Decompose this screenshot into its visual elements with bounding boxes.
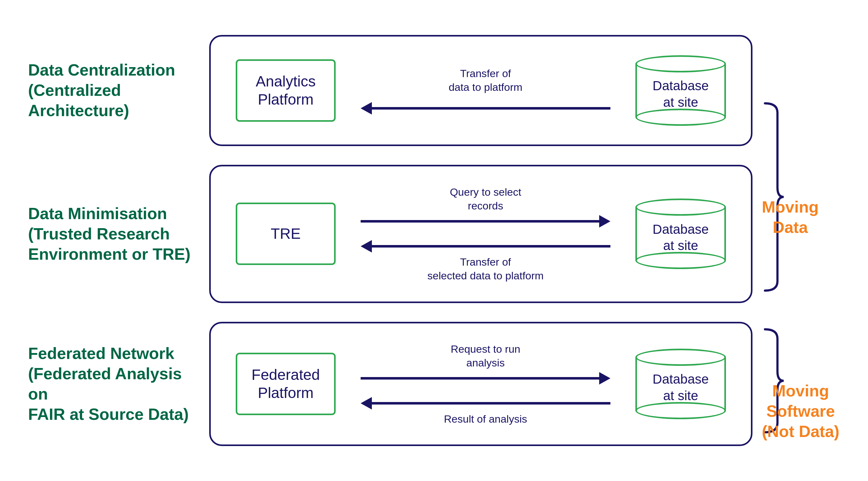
label-federated: Federated Network(Federated Analysis onF… [28,343,209,424]
db-wrapper-1: Databaseat site [636,55,726,126]
request-arrow-group: Request to runanalysis [361,342,611,385]
moving-data-label: MovingData [762,197,819,237]
line-3b [372,402,611,405]
arrow-right-3 [361,372,611,385]
row-federated: Federated Network(Federated Analysis onF… [28,322,752,446]
top-rows: Data Centralization(Centralized Architec… [28,35,752,303]
arrow-label-request: Request to runanalysis [451,342,520,370]
result-arrow-group: Result of analysis [361,397,611,426]
diagram-box-3: FederatedPlatform Request to runanalysis [209,322,752,446]
arrow-section-1: Transfer ofdata to platform [361,66,611,115]
cyl-top-1 [636,55,726,72]
diagram-box-2: TRE Query to selectrecords [209,165,752,303]
arrow-label-query: Query to selectrecords [450,185,521,213]
cyl-bottom-3 [636,402,726,419]
arrow-left-1 [361,102,611,115]
top-group: Data Centralization(Centralized Architec… [28,35,840,303]
arrow-label-selected: Transfer ofselected data to platform [428,255,544,283]
main-container: Data Centralization(Centralized Architec… [28,35,840,446]
moving-software-label-wrapper: MovingSoftware(Not Data) [762,381,839,442]
db-label-1: Databaseat site [653,78,709,110]
arrowhead-right-2 [599,215,611,228]
platform-analytics: AnalyticsPlatform [236,59,336,122]
arrow-section-2: Query to selectrecords [361,185,611,283]
cyl-bottom-1 [636,108,726,126]
arrow-label-transfer: Transfer ofdata to platform [449,66,522,94]
db-wrapper-3: Databaseat site [636,349,726,419]
title-minimisation: Data Minimisation(Trusted ResearchEnviro… [28,203,200,264]
arrow-left-3 [361,397,611,410]
line-2a [361,220,599,223]
label-centralization: Data Centralization(Centralized Architec… [28,60,209,121]
db-wrapper-2: Databaseat site [636,198,726,269]
arrow-section-3: Request to runanalysis [361,342,611,426]
platform-federated: FederatedPlatform [236,353,336,415]
arrowhead-right-3 [599,372,611,385]
line-2b [372,245,611,248]
bottom-group: Federated Network(Federated Analysis onF… [28,322,840,446]
label-minimisation: Data Minimisation(Trusted ResearchEnviro… [28,203,209,264]
arrowhead-left-3 [361,397,372,410]
brace-moving-software: MovingSoftware(Not Data) [752,322,840,446]
moving-software-label: MovingSoftware(Not Data) [762,381,839,442]
arrowhead-left-2 [361,240,372,253]
cyl-top-2 [636,198,726,216]
arrow-label-result: Result of analysis [444,412,527,426]
moving-data-label-wrapper: MovingData [762,197,819,237]
title-federated: Federated Network(Federated Analysis onF… [28,343,200,424]
line-1 [372,107,611,109]
db-label-3: Databaseat site [653,371,709,404]
title-centralization: Data Centralization(Centralized Architec… [28,60,200,121]
row-minimisation: Data Minimisation(Trusted ResearchEnviro… [28,165,752,303]
arrow-left-2 [361,240,611,253]
cyl-bottom-2 [636,252,726,269]
cyl-top-3 [636,349,726,366]
brace-moving-data: MovingData [752,35,840,303]
row-federated-wrapper: Federated Network(Federated Analysis onF… [28,322,752,446]
row-centralization: Data Centralization(Centralized Architec… [28,35,752,146]
arrow-right-2 [361,215,611,228]
arrowhead-left-1 [361,102,372,115]
line-3a [361,377,599,380]
transfer-arrow-group: Transfer ofselected data to platform [361,240,611,283]
diagram-box-1: AnalyticsPlatform Transfer ofdata to pla… [209,35,752,146]
platform-tre: TRE [236,202,336,265]
db-label-2: Databaseat site [653,221,709,254]
query-arrow-group: Query to selectrecords [361,185,611,228]
